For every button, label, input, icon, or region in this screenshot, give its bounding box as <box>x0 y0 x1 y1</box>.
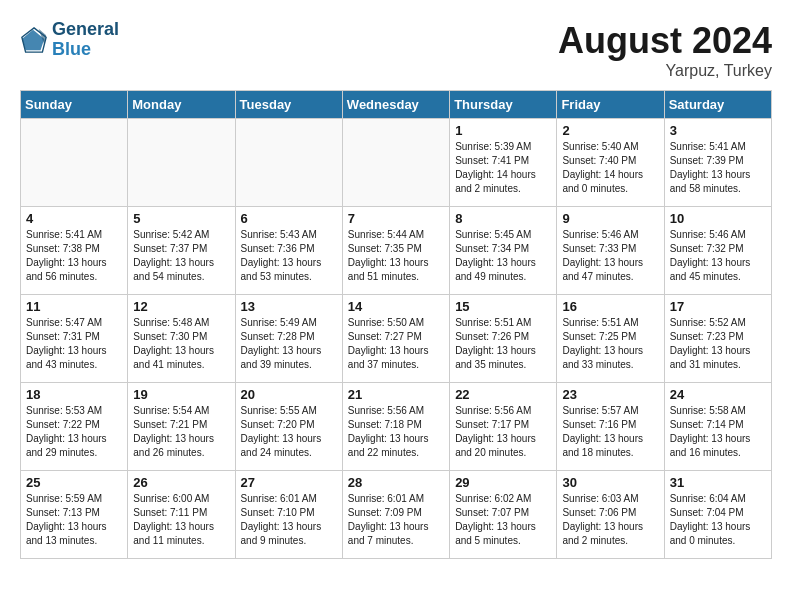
page-header: General Blue August 2024 Yarpuz, Turkey <box>20 20 772 80</box>
day-info: Sunrise: 5:46 AM Sunset: 7:33 PM Dayligh… <box>562 228 658 284</box>
day-number: 8 <box>455 211 551 226</box>
day-info: Sunrise: 5:53 AM Sunset: 7:22 PM Dayligh… <box>26 404 122 460</box>
day-info: Sunrise: 5:59 AM Sunset: 7:13 PM Dayligh… <box>26 492 122 548</box>
day-number: 1 <box>455 123 551 138</box>
day-number: 10 <box>670 211 766 226</box>
day-number: 2 <box>562 123 658 138</box>
day-number: 26 <box>133 475 229 490</box>
weekday-header-monday: Monday <box>128 91 235 119</box>
calendar-cell: 28Sunrise: 6:01 AM Sunset: 7:09 PM Dayli… <box>342 471 449 559</box>
day-info: Sunrise: 5:49 AM Sunset: 7:28 PM Dayligh… <box>241 316 337 372</box>
logo-line2: Blue <box>52 40 119 60</box>
day-info: Sunrise: 5:58 AM Sunset: 7:14 PM Dayligh… <box>670 404 766 460</box>
day-info: Sunrise: 5:57 AM Sunset: 7:16 PM Dayligh… <box>562 404 658 460</box>
calendar-cell: 17Sunrise: 5:52 AM Sunset: 7:23 PM Dayli… <box>664 295 771 383</box>
calendar-cell: 5Sunrise: 5:42 AM Sunset: 7:37 PM Daylig… <box>128 207 235 295</box>
day-number: 5 <box>133 211 229 226</box>
day-number: 31 <box>670 475 766 490</box>
day-number: 3 <box>670 123 766 138</box>
calendar-cell: 12Sunrise: 5:48 AM Sunset: 7:30 PM Dayli… <box>128 295 235 383</box>
day-info: Sunrise: 5:39 AM Sunset: 7:41 PM Dayligh… <box>455 140 551 196</box>
day-number: 17 <box>670 299 766 314</box>
calendar-cell: 9Sunrise: 5:46 AM Sunset: 7:33 PM Daylig… <box>557 207 664 295</box>
day-info: Sunrise: 6:00 AM Sunset: 7:11 PM Dayligh… <box>133 492 229 548</box>
calendar-cell: 3Sunrise: 5:41 AM Sunset: 7:39 PM Daylig… <box>664 119 771 207</box>
day-number: 18 <box>26 387 122 402</box>
day-info: Sunrise: 5:47 AM Sunset: 7:31 PM Dayligh… <box>26 316 122 372</box>
calendar-cell: 14Sunrise: 5:50 AM Sunset: 7:27 PM Dayli… <box>342 295 449 383</box>
weekday-header-tuesday: Tuesday <box>235 91 342 119</box>
calendar-cell: 19Sunrise: 5:54 AM Sunset: 7:21 PM Dayli… <box>128 383 235 471</box>
day-info: Sunrise: 5:55 AM Sunset: 7:20 PM Dayligh… <box>241 404 337 460</box>
logo-line1: General <box>52 20 119 40</box>
day-info: Sunrise: 5:51 AM Sunset: 7:25 PM Dayligh… <box>562 316 658 372</box>
calendar-cell: 13Sunrise: 5:49 AM Sunset: 7:28 PM Dayli… <box>235 295 342 383</box>
calendar-cell: 20Sunrise: 5:55 AM Sunset: 7:20 PM Dayli… <box>235 383 342 471</box>
day-number: 19 <box>133 387 229 402</box>
day-number: 29 <box>455 475 551 490</box>
day-info: Sunrise: 5:42 AM Sunset: 7:37 PM Dayligh… <box>133 228 229 284</box>
day-info: Sunrise: 5:45 AM Sunset: 7:34 PM Dayligh… <box>455 228 551 284</box>
day-number: 6 <box>241 211 337 226</box>
week-row-5: 25Sunrise: 5:59 AM Sunset: 7:13 PM Dayli… <box>21 471 772 559</box>
day-info: Sunrise: 5:40 AM Sunset: 7:40 PM Dayligh… <box>562 140 658 196</box>
calendar-cell: 18Sunrise: 5:53 AM Sunset: 7:22 PM Dayli… <box>21 383 128 471</box>
month-year: August 2024 <box>558 20 772 62</box>
calendar-cell: 26Sunrise: 6:00 AM Sunset: 7:11 PM Dayli… <box>128 471 235 559</box>
calendar-cell: 29Sunrise: 6:02 AM Sunset: 7:07 PM Dayli… <box>450 471 557 559</box>
weekday-header-saturday: Saturday <box>664 91 771 119</box>
week-row-2: 4Sunrise: 5:41 AM Sunset: 7:38 PM Daylig… <box>21 207 772 295</box>
day-info: Sunrise: 5:51 AM Sunset: 7:26 PM Dayligh… <box>455 316 551 372</box>
calendar-cell <box>235 119 342 207</box>
calendar-cell: 25Sunrise: 5:59 AM Sunset: 7:13 PM Dayli… <box>21 471 128 559</box>
weekday-header-row: SundayMondayTuesdayWednesdayThursdayFrid… <box>21 91 772 119</box>
day-number: 25 <box>26 475 122 490</box>
day-info: Sunrise: 5:56 AM Sunset: 7:17 PM Dayligh… <box>455 404 551 460</box>
weekday-header-wednesday: Wednesday <box>342 91 449 119</box>
day-number: 13 <box>241 299 337 314</box>
logo-text: General Blue <box>52 20 119 60</box>
day-info: Sunrise: 5:41 AM Sunset: 7:38 PM Dayligh… <box>26 228 122 284</box>
title-block: August 2024 Yarpuz, Turkey <box>558 20 772 80</box>
day-number: 22 <box>455 387 551 402</box>
calendar-cell: 30Sunrise: 6:03 AM Sunset: 7:06 PM Dayli… <box>557 471 664 559</box>
weekday-header-friday: Friday <box>557 91 664 119</box>
day-number: 27 <box>241 475 337 490</box>
day-number: 15 <box>455 299 551 314</box>
week-row-3: 11Sunrise: 5:47 AM Sunset: 7:31 PM Dayli… <box>21 295 772 383</box>
day-number: 7 <box>348 211 444 226</box>
day-number: 12 <box>133 299 229 314</box>
day-info: Sunrise: 5:54 AM Sunset: 7:21 PM Dayligh… <box>133 404 229 460</box>
calendar-cell: 10Sunrise: 5:46 AM Sunset: 7:32 PM Dayli… <box>664 207 771 295</box>
calendar-cell: 16Sunrise: 5:51 AM Sunset: 7:25 PM Dayli… <box>557 295 664 383</box>
calendar-cell: 15Sunrise: 5:51 AM Sunset: 7:26 PM Dayli… <box>450 295 557 383</box>
day-info: Sunrise: 5:46 AM Sunset: 7:32 PM Dayligh… <box>670 228 766 284</box>
calendar-cell: 21Sunrise: 5:56 AM Sunset: 7:18 PM Dayli… <box>342 383 449 471</box>
day-info: Sunrise: 5:48 AM Sunset: 7:30 PM Dayligh… <box>133 316 229 372</box>
day-info: Sunrise: 5:56 AM Sunset: 7:18 PM Dayligh… <box>348 404 444 460</box>
day-number: 11 <box>26 299 122 314</box>
day-number: 20 <box>241 387 337 402</box>
day-info: Sunrise: 6:01 AM Sunset: 7:09 PM Dayligh… <box>348 492 444 548</box>
calendar-cell: 8Sunrise: 5:45 AM Sunset: 7:34 PM Daylig… <box>450 207 557 295</box>
day-info: Sunrise: 5:44 AM Sunset: 7:35 PM Dayligh… <box>348 228 444 284</box>
week-row-1: 1Sunrise: 5:39 AM Sunset: 7:41 PM Daylig… <box>21 119 772 207</box>
day-number: 24 <box>670 387 766 402</box>
calendar-cell: 24Sunrise: 5:58 AM Sunset: 7:14 PM Dayli… <box>664 383 771 471</box>
day-info: Sunrise: 5:43 AM Sunset: 7:36 PM Dayligh… <box>241 228 337 284</box>
day-number: 4 <box>26 211 122 226</box>
day-info: Sunrise: 6:03 AM Sunset: 7:06 PM Dayligh… <box>562 492 658 548</box>
calendar-cell: 6Sunrise: 5:43 AM Sunset: 7:36 PM Daylig… <box>235 207 342 295</box>
day-info: Sunrise: 5:52 AM Sunset: 7:23 PM Dayligh… <box>670 316 766 372</box>
calendar-cell: 4Sunrise: 5:41 AM Sunset: 7:38 PM Daylig… <box>21 207 128 295</box>
location: Yarpuz, Turkey <box>558 62 772 80</box>
calendar-cell: 2Sunrise: 5:40 AM Sunset: 7:40 PM Daylig… <box>557 119 664 207</box>
calendar-cell <box>21 119 128 207</box>
day-number: 23 <box>562 387 658 402</box>
day-number: 14 <box>348 299 444 314</box>
day-number: 16 <box>562 299 658 314</box>
weekday-header-sunday: Sunday <box>21 91 128 119</box>
day-info: Sunrise: 6:01 AM Sunset: 7:10 PM Dayligh… <box>241 492 337 548</box>
logo-icon <box>20 26 48 54</box>
day-number: 28 <box>348 475 444 490</box>
